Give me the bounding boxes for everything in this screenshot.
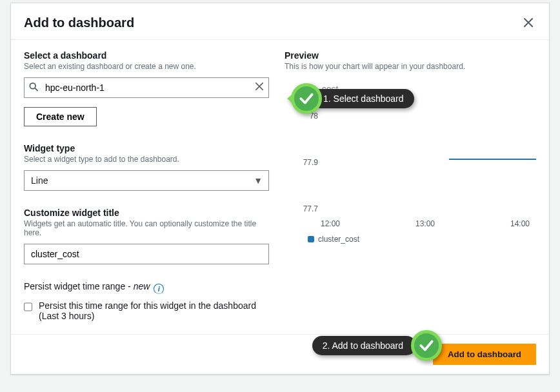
callout-step-2-label: 2. Add to dashboard (312, 336, 416, 355)
y-tick: 77.7 (295, 204, 318, 213)
dashboard-search-input[interactable] (24, 77, 269, 98)
chart-grid: 78 77.9 77.7 (295, 111, 536, 214)
create-new-button[interactable]: Create new (24, 107, 97, 126)
preview-label: Preview (285, 50, 536, 61)
svg-point-0 (30, 83, 35, 89)
info-icon[interactable]: i (154, 284, 164, 294)
widget-title-sub: Widgets get an automatic title. You can … (24, 219, 269, 237)
modal-footer: Add to dashboard (11, 334, 549, 374)
check-badge-icon (411, 330, 442, 361)
dashboard-search-row (24, 77, 269, 98)
persist-label-prefix: Persist widget time range - (24, 281, 134, 291)
widget-title-label: Customize widget title (24, 208, 269, 218)
chart-series-line (449, 159, 536, 160)
add-to-dashboard-button[interactable]: Add to dashboard (433, 344, 536, 365)
persist-label: Persist widget time range - new i (24, 281, 164, 291)
callout-step-1-label: 1. Select dashboard (310, 89, 414, 108)
preview-sub: This is how your chart will appear in yo… (285, 62, 536, 71)
form-column: Select a dashboard Select an existing da… (24, 50, 269, 321)
callout-step-2: 2. Add to dashboard (312, 330, 442, 361)
persist-label-new: new (134, 281, 150, 291)
x-tick: 12:00 (321, 219, 340, 228)
close-icon (523, 17, 534, 28)
y-tick: 77.9 (295, 158, 318, 167)
svg-line-1 (35, 88, 38, 91)
widget-type-sub: Select a widget type to add to the dashb… (24, 155, 269, 164)
x-tick: 14:00 (510, 219, 530, 228)
check-badge-icon (291, 83, 322, 114)
modal-body: Select a dashboard Select an existing da… (11, 40, 549, 334)
widget-type-label: Widget type (24, 143, 269, 153)
chart-legend: cluster_cost (308, 235, 536, 244)
search-icon (29, 83, 38, 93)
legend-swatch (308, 236, 314, 242)
chart-x-axis: 12:00 13:00 14:00 (321, 219, 530, 228)
legend-label: cluster_cost (318, 235, 359, 244)
persist-checkbox[interactable] (24, 302, 32, 311)
widget-type-select[interactable]: Line (24, 170, 269, 191)
persist-checkbox-label[interactable]: Persist this time range for this widget … (39, 300, 269, 321)
widget-title-input[interactable] (24, 244, 269, 264)
select-dashboard-sub: Select an existing dashboard or create a… (24, 62, 269, 71)
clear-search-icon[interactable] (255, 82, 264, 93)
modal-header: Add to dashboard (11, 3, 549, 40)
add-to-dashboard-modal: Add to dashboard Select a dashboard Sele… (10, 3, 550, 375)
select-dashboard-label: Select a dashboard (24, 50, 269, 61)
x-tick: 13:00 (415, 219, 435, 228)
modal-title: Add to dashboard (24, 15, 134, 30)
callout-step-1: 1. Select dashboard (287, 83, 414, 114)
close-button[interactable] (521, 15, 536, 30)
